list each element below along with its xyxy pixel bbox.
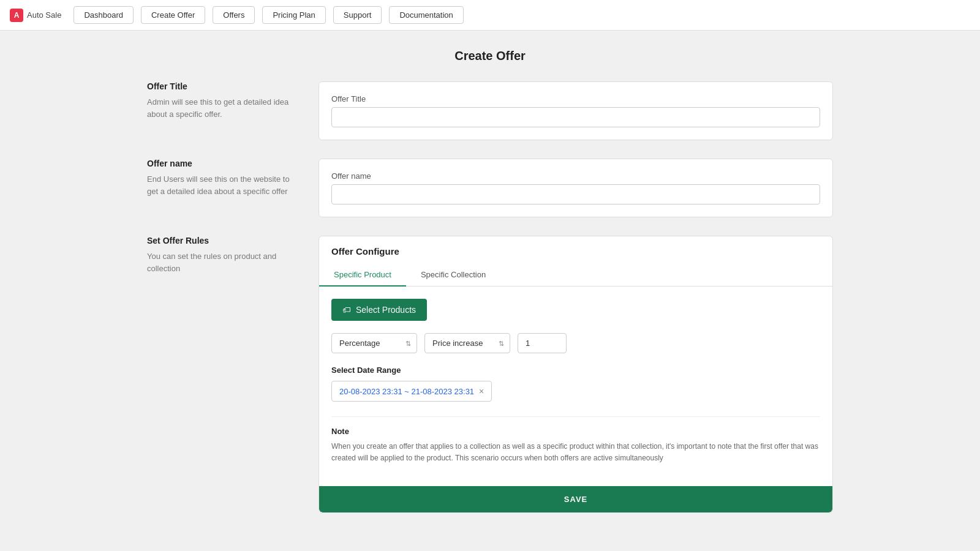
offer-title-card: Offer Title: [318, 81, 833, 140]
note-section: Note When you create an offer that appli…: [331, 416, 820, 464]
offer-name-card: Offer name: [318, 159, 833, 217]
offer-title-section: Offer Title Admin will see this to get a…: [147, 81, 833, 140]
nav-offers[interactable]: Offers: [213, 6, 255, 24]
tab-specific-collection[interactable]: Specific Collection: [406, 264, 500, 287]
nav-support[interactable]: Support: [333, 6, 382, 24]
date-range-label: Select Date Range: [331, 365, 820, 375]
select-products-button[interactable]: 🏷 Select Products: [331, 299, 427, 321]
offer-title-right: Offer Title: [318, 81, 833, 140]
offer-name-right: Offer name: [318, 159, 833, 217]
offer-name-left: Offer name End Users will see this on th…: [147, 159, 294, 217]
offer-rules-label: Set Offer Rules: [147, 236, 294, 246]
discount-type-wrapper: Percentage Fixed: [331, 333, 417, 353]
value-input[interactable]: [518, 333, 567, 353]
offer-rules-desc: You can set the rules on product and col…: [147, 250, 294, 274]
tab-specific-product[interactable]: Specific Product: [319, 264, 406, 287]
topbar: A Auto Sale Dashboard Create Offer Offer…: [0, 0, 980, 31]
offer-name-desc: End Users will see this on the website t…: [147, 173, 294, 197]
offer-name-field-label: Offer name: [331, 171, 820, 181]
date-range-close-icon[interactable]: ×: [479, 386, 484, 396]
configure-title: Offer Configure: [319, 236, 832, 257]
tag-icon: 🏷: [342, 305, 351, 315]
offer-name-label: Offer name: [147, 159, 294, 168]
save-button[interactable]: SAVE: [319, 486, 832, 512]
nav-create-offer[interactable]: Create Offer: [141, 6, 205, 24]
configure-card: Offer Configure Specific Product Specifi…: [318, 236, 833, 513]
nav-documentation[interactable]: Documentation: [389, 6, 463, 24]
app-logo: A Auto Sale: [10, 9, 61, 22]
logo-icon: A: [10, 9, 23, 22]
offer-name-input[interactable]: [331, 184, 820, 204]
offer-title-desc: Admin will see this to get a detailed id…: [147, 96, 294, 120]
main-content: Create Offer Offer Title Admin will see …: [123, 31, 858, 550]
offer-rules-section: Set Offer Rules You can set the rules on…: [147, 236, 833, 513]
offer-title-input[interactable]: [331, 107, 820, 127]
configure-body: 🏷 Select Products Percentage Fixed: [319, 287, 832, 476]
nav-dashboard[interactable]: Dashboard: [74, 6, 134, 24]
offer-rules-left: Set Offer Rules You can set the rules on…: [147, 236, 294, 513]
note-text: When you create an offer that applies to…: [331, 441, 820, 464]
discount-type-select[interactable]: Percentage Fixed: [331, 333, 417, 353]
offer-title-left: Offer Title Admin will see this to get a…: [147, 81, 294, 140]
page-title: Create Offer: [147, 49, 833, 63]
offer-rules-right: Offer Configure Specific Product Specifi…: [318, 236, 833, 513]
date-range-chip[interactable]: 20-08-2023 23:31 ~ 21-08-2023 23:31 ×: [331, 381, 492, 402]
offer-title-field-label: Offer Title: [331, 94, 820, 103]
price-action-wrapper: Price increase Price decrease: [424, 333, 510, 353]
configure-tabs: Specific Product Specific Collection: [319, 264, 832, 287]
nav-pricing-plan[interactable]: Pricing Plan: [262, 6, 325, 24]
offer-title-label: Offer Title: [147, 81, 294, 91]
note-title: Note: [331, 427, 820, 436]
offer-name-section: Offer name End Users will see this on th…: [147, 159, 833, 217]
app-name: Auto Sale: [27, 10, 61, 20]
date-range-value: 20-08-2023 23:31 ~ 21-08-2023 23:31: [339, 387, 474, 396]
price-action-select[interactable]: Price increase Price decrease: [424, 333, 510, 353]
dropdowns-row: Percentage Fixed Price increase Price de…: [331, 333, 820, 353]
